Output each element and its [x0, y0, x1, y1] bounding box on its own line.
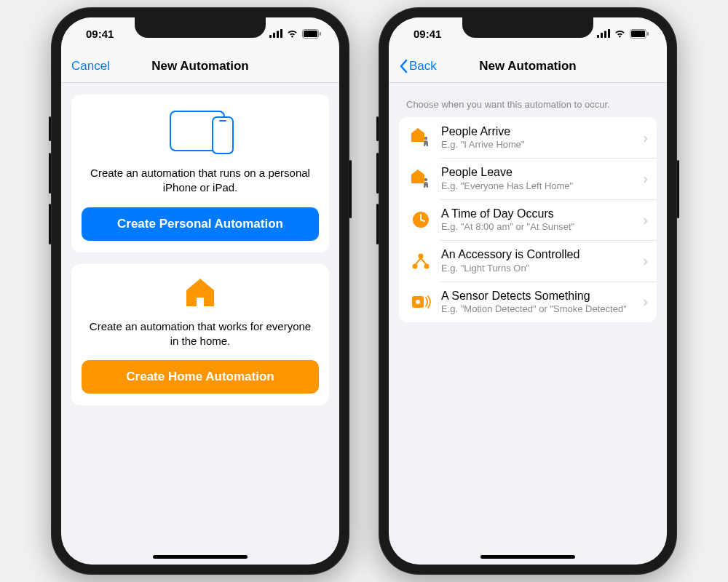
- status-icons: [597, 29, 649, 39]
- section-header: Choose when you want this automation to …: [399, 95, 657, 117]
- home-description: Create an automation that works for ever…: [82, 319, 319, 349]
- volume-button: [376, 204, 379, 244]
- svg-rect-12: [631, 31, 645, 37]
- create-personal-automation-button[interactable]: Create Personal Automation: [82, 207, 319, 241]
- trigger-title: An Accessory is Controlled: [441, 247, 638, 261]
- status-time: 09:41: [79, 28, 114, 40]
- svg-rect-9: [604, 31, 606, 39]
- nav-title: New Automation: [479, 59, 576, 73]
- wifi-icon: [614, 29, 626, 38]
- accessory-icon: [408, 248, 434, 274]
- trigger-list: People Arrive E.g. "I Arrive Home" › Peo…: [399, 117, 657, 322]
- nav-title: New Automation: [151, 59, 248, 73]
- trigger-subtitle: E.g. "Light Turns On": [441, 263, 638, 274]
- trigger-row-sensor[interactable]: A Sensor Detects Something E.g. "Motion …: [399, 282, 657, 322]
- back-label: Back: [409, 59, 437, 73]
- power-button: [677, 160, 679, 218]
- svg-rect-2: [277, 31, 279, 39]
- wifi-icon: [286, 29, 298, 38]
- svg-point-17: [419, 253, 424, 258]
- battery-icon: [302, 29, 322, 39]
- cellular-icon: [269, 29, 282, 38]
- cancel-button[interactable]: Cancel: [71, 59, 110, 73]
- notch: [135, 17, 266, 38]
- svg-point-19: [424, 263, 430, 268]
- chevron-right-icon: ›: [643, 212, 648, 228]
- nav-bar: Cancel New Automation: [61, 49, 339, 83]
- volume-button: [376, 116, 379, 141]
- svg-rect-5: [304, 31, 317, 37]
- volume-button: [49, 116, 51, 141]
- volume-button: [49, 153, 51, 194]
- trigger-title: A Time of Day Occurs: [441, 207, 638, 220]
- trigger-row-time-of-day[interactable]: A Time of Day Occurs E.g. "At 8:00 am" o…: [399, 199, 657, 240]
- personal-automation-card: Create an automation that runs on a pers…: [71, 95, 329, 252]
- volume-button: [376, 153, 379, 194]
- cellular-icon: [597, 29, 610, 38]
- svg-rect-10: [608, 29, 610, 38]
- svg-point-18: [413, 263, 418, 268]
- svg-point-21: [416, 300, 420, 304]
- home-automation-card: Create an automation that works for ever…: [71, 264, 329, 406]
- trigger-subtitle: E.g. "Everyone Has Left Home": [441, 180, 638, 192]
- trigger-subtitle: E.g. "Motion Detected" or "Smoke Detecte…: [441, 303, 638, 315]
- people-arrive-icon: [408, 124, 434, 151]
- sensor-icon: [408, 289, 434, 315]
- personal-description: Create an automation that runs on a pers…: [82, 166, 319, 196]
- trigger-title: A Sensor Detects Something: [441, 289, 638, 303]
- svg-rect-6: [320, 32, 321, 36]
- trigger-row-accessory[interactable]: An Accessory is Controlled E.g. "Light T…: [399, 240, 657, 281]
- trigger-subtitle: E.g. "I Arrive Home": [441, 139, 638, 151]
- chevron-left-icon: [399, 59, 408, 73]
- svg-rect-13: [647, 32, 649, 36]
- chevron-right-icon: ›: [643, 170, 648, 187]
- home-indicator[interactable]: [153, 555, 248, 559]
- trigger-row-people-leave[interactable]: People Leave E.g. "Everyone Has Left Hom…: [399, 158, 657, 199]
- people-leave-icon: [408, 166, 434, 192]
- battery-icon: [630, 29, 649, 39]
- svg-rect-3: [280, 29, 282, 38]
- svg-rect-7: [597, 35, 599, 38]
- chevron-right-icon: ›: [643, 129, 648, 146]
- power-button: [349, 160, 352, 218]
- svg-rect-8: [601, 33, 603, 38]
- svg-point-15: [424, 178, 427, 180]
- trigger-row-people-arrive[interactable]: People Arrive E.g. "I Arrive Home" ›: [399, 117, 657, 158]
- volume-button: [49, 204, 51, 244]
- notch: [462, 17, 593, 38]
- trigger-title: People Arrive: [441, 124, 638, 138]
- svg-rect-1: [273, 33, 275, 38]
- devices-icon: [164, 108, 237, 154]
- back-button[interactable]: Back: [399, 59, 437, 73]
- trigger-title: People Leave: [441, 165, 638, 179]
- device-frame-right: 09:41 Back New Automation Choose when yo…: [379, 7, 677, 575]
- trigger-subtitle: E.g. "At 8:00 am" or "At Sunset": [441, 221, 638, 233]
- home-indicator[interactable]: [480, 555, 575, 559]
- create-home-automation-button[interactable]: Create Home Automation: [82, 360, 319, 394]
- chevron-right-icon: ›: [643, 252, 648, 269]
- content-area: Create an automation that runs on a pers…: [61, 83, 339, 565]
- device-frame-left: 09:41 Cancel New Automation Create an au…: [51, 7, 349, 575]
- svg-rect-0: [269, 35, 272, 38]
- svg-point-14: [424, 137, 427, 140]
- status-time: 09:41: [406, 28, 441, 40]
- nav-bar: Back New Automation: [389, 49, 667, 83]
- home-icon: [183, 277, 217, 308]
- content-area: Choose when you want this automation to …: [389, 83, 667, 565]
- chevron-right-icon: ›: [643, 293, 648, 310]
- status-icons: [269, 29, 322, 39]
- clock-icon: [408, 207, 434, 233]
